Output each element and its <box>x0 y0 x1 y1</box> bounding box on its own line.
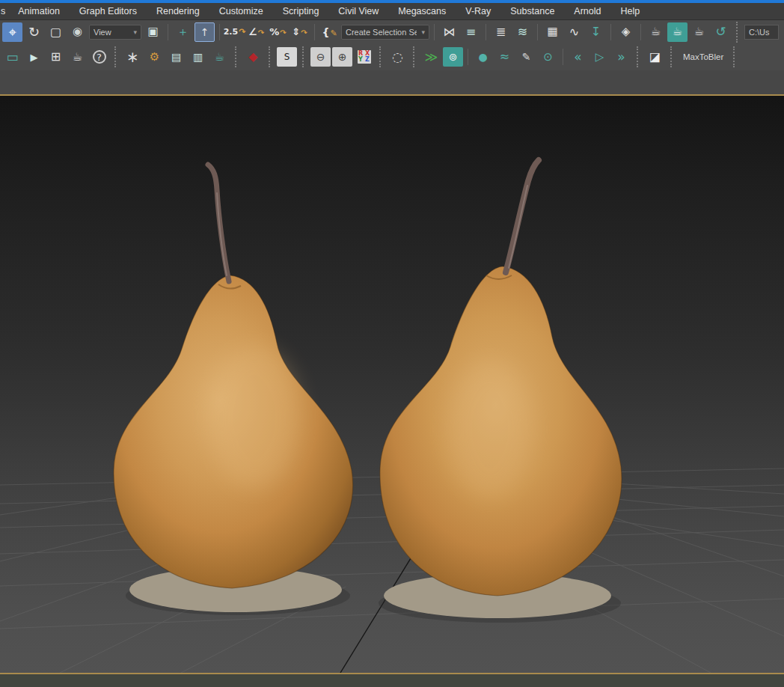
toolbar-separator <box>736 22 739 43</box>
chevron-down-icon: ▾ <box>133 28 137 36</box>
viewport-layout-icon: ⊞ <box>51 51 61 63</box>
select-and-manipulate-button[interactable]: ＋ <box>173 22 193 42</box>
toggle-scene-explorer-button[interactable]: ≣ <box>491 22 511 42</box>
angle-snap-toggle-button[interactable]: ∠↷ <box>246 22 266 42</box>
menu-megascans[interactable]: Megascans <box>388 3 456 19</box>
rendered-frame-window-button[interactable]: ☕ <box>667 22 687 42</box>
curve-editor-button[interactable]: ∿ <box>564 22 584 42</box>
vray-logo-button[interactable]: ∗ <box>123 47 143 67</box>
help-button[interactable]: ? <box>89 47 109 67</box>
menu-graph-editors[interactable]: Graph Editors <box>70 3 147 19</box>
menu-civil-view[interactable]: Civil View <box>328 3 388 19</box>
toolbar-empty-strip <box>0 70 784 94</box>
toolbar-separator <box>114 46 117 67</box>
gear-rewind-button[interactable]: « <box>568 47 588 67</box>
menu-customize[interactable]: Customize <box>209 3 273 19</box>
secondary-toolbar: ▭▶⊞☕?∗⚙▤▥☕◆S⊖⊕RXYZ◌≫⊚●≈✎⊙«▷»◪MaxToBler <box>0 43 784 70</box>
character-ball-button[interactable]: ⊙ <box>538 47 558 67</box>
menu-v-ray[interactable]: V-Ray <box>456 3 500 19</box>
cloth-tshirt-button[interactable]: ≈ <box>494 47 515 67</box>
pear-right-highlight <box>447 360 533 498</box>
render-production-button[interactable]: ☕ <box>689 22 709 42</box>
rxyz-axes-button[interactable]: RXYZ <box>354 47 374 67</box>
toggle-ribbon-icon: ▦ <box>547 26 557 37</box>
menu-animation[interactable]: Animation <box>8 3 70 19</box>
menu-help[interactable]: Help <box>611 3 650 19</box>
vray-scene-file-button[interactable]: ▤ <box>166 47 186 67</box>
toolbar-separator <box>314 24 315 40</box>
menu-scripting[interactable]: Scripting <box>273 3 329 19</box>
perspective-viewport[interactable] <box>0 96 784 673</box>
toggle-layer-explorer-icon: ≋ <box>518 26 527 38</box>
spinner-snap-toggle-icon: ⇕↷ <box>292 27 307 37</box>
menu-arnold[interactable]: Arnold <box>564 3 610 19</box>
vray-rt-prism-button[interactable]: ◆ <box>243 47 263 67</box>
gamma-toggle-button[interactable]: ◪ <box>645 47 665 67</box>
schematic-view-button[interactable]: ↧ <box>586 22 606 42</box>
gear-step-forward-button[interactable]: » <box>611 47 631 67</box>
snap-toggle-2-5d-button[interactable]: 2.5↷ <box>224 22 245 42</box>
dashed-circle-loader-button[interactable]: ◌ <box>388 47 408 67</box>
pear-right[interactable] <box>379 160 622 623</box>
add-to-selection-button[interactable]: ⊕ <box>332 47 352 67</box>
gear-play-button[interactable]: ▷ <box>589 47 610 67</box>
substance-sphere-button[interactable]: ● <box>473 47 493 67</box>
vray-settings-icon: ⚙ <box>150 52 159 63</box>
use-pivot-point-center-button[interactable]: ▣ <box>143 22 163 42</box>
maxtobler-button[interactable]: MaxToBler <box>679 52 728 61</box>
reference-coordinate-system-dropdown[interactable]: View▾ <box>89 25 141 40</box>
mirror-button[interactable]: ⋈ <box>439 22 459 42</box>
toolbar-separator <box>269 46 272 67</box>
menu-substance[interactable]: Substance <box>500 3 564 19</box>
select-and-move-icon: ⌖ <box>8 25 16 39</box>
toggle-layer-explorer-button[interactable]: ≋ <box>512 22 533 42</box>
viewport-layout-button[interactable]: ⊞ <box>46 47 66 67</box>
align-button[interactable]: ≡ <box>461 22 481 42</box>
select-and-rotate-button[interactable]: ↻ <box>24 22 44 42</box>
menu-cropped-left[interactable]: s <box>0 3 8 19</box>
percent-snap-toggle-button[interactable]: %↷ <box>268 22 288 42</box>
megascans-chevrons-icon: ≫ <box>425 51 438 64</box>
remove-from-selection-button[interactable]: ⊖ <box>310 47 331 67</box>
material-editor-button[interactable]: ◈ <box>616 22 636 42</box>
vray-export-file-icon: ▥ <box>193 52 203 62</box>
character-ball-icon: ⊙ <box>543 52 553 63</box>
keyboard-shortcut-override-button[interactable]: ↑ <box>195 22 215 42</box>
chevron-down-icon: ▾ <box>421 28 425 36</box>
preview-animation-button[interactable]: ▶ <box>24 47 44 67</box>
pear-left-highlight <box>208 346 301 489</box>
spinner-snap-toggle-button[interactable]: ⇕↷ <box>290 22 310 42</box>
toolbar-separator <box>379 46 382 67</box>
render-in-cloud-button[interactable]: ↺ <box>711 22 731 42</box>
select-and-place-button[interactable]: ◉ <box>67 22 88 42</box>
project-path-field[interactable]: C:\Us <box>744 25 779 40</box>
project-path-field-value: C:\Us <box>749 28 770 37</box>
megascans-chevrons-button[interactable]: ≫ <box>421 47 441 67</box>
chalk-pen-button[interactable]: ✎ <box>516 47 536 67</box>
menu-rendering[interactable]: Rendering <box>147 3 209 19</box>
teapot-wireframe-button[interactable]: ☕ <box>67 47 88 67</box>
pear-left[interactable] <box>114 165 353 615</box>
vray-settings-button[interactable]: ⚙ <box>144 47 165 67</box>
toolbar-separator <box>637 46 640 67</box>
select-and-scale-button[interactable]: ▢ <box>46 22 66 42</box>
toolbar-separator <box>413 46 416 67</box>
use-pivot-point-center-icon: ▣ <box>147 26 158 37</box>
script-listener-button[interactable]: S <box>277 47 297 67</box>
vray-frame-buffer-button[interactable]: ☕ <box>209 47 230 67</box>
select-and-move-button[interactable]: ⌖ <box>2 22 22 42</box>
teapot-wireframe-icon: ☕ <box>73 52 82 63</box>
safe-frames-viewport-button[interactable]: ▭ <box>2 47 22 67</box>
align-icon: ≡ <box>466 26 476 38</box>
edit-named-selection-sets-button[interactable]: {✎ <box>319 22 340 42</box>
toggle-ribbon-button[interactable]: ▦ <box>542 22 563 42</box>
edit-named-selection-sets-icon: {✎ <box>322 27 337 37</box>
vray-frame-buffer-icon: ☕ <box>215 52 224 63</box>
toolbar-separator <box>640 24 641 40</box>
megascans-browser-button[interactable]: ⊚ <box>443 47 463 67</box>
select-and-scale-icon: ▢ <box>50 26 61 38</box>
pear-right-stem-highlight <box>509 186 527 268</box>
named-selection-set-dropdown[interactable]: Create Selection Se▾ <box>341 25 429 40</box>
render-setup-button[interactable]: ☕ <box>646 22 666 42</box>
vray-export-file-button[interactable]: ▥ <box>188 47 208 67</box>
